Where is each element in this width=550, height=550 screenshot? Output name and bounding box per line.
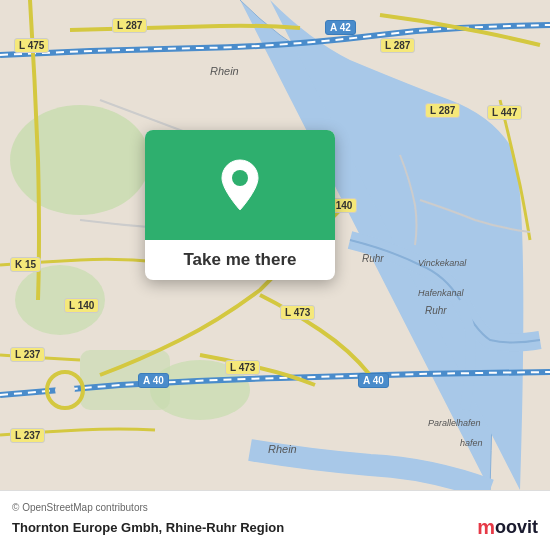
location-pin-icon bbox=[218, 158, 262, 212]
road-label-k15: K 15 bbox=[10, 257, 41, 272]
map-container: A 42 L 475 L 287 L 287 L 287 L 447 L 140… bbox=[0, 0, 550, 490]
road-label-l140-left: L 140 bbox=[64, 298, 99, 313]
location-info-row: Thornton Europe Gmbh, Rhine-Ruhr Region … bbox=[12, 516, 538, 539]
road-label-l475: L 475 bbox=[14, 38, 49, 53]
moovit-logo-text: oovit bbox=[495, 517, 538, 538]
take-me-there-button[interactable]: Take me there bbox=[159, 250, 321, 270]
label-rhein-bot: Rhein bbox=[268, 443, 297, 455]
label-hafen: hafen bbox=[460, 438, 483, 448]
label-parallelhafen: Parallelhafen bbox=[428, 418, 481, 428]
road-label-l237-top: L 237 bbox=[10, 347, 45, 362]
moovit-logo: m oovit bbox=[477, 516, 538, 539]
road-label-l473-top: L 473 bbox=[280, 305, 315, 320]
road-label-l447: L 447 bbox=[487, 105, 522, 120]
road-label-l473-bot: L 473 bbox=[225, 360, 260, 375]
svg-point-7 bbox=[232, 170, 248, 186]
popup-card: Take me there bbox=[145, 130, 335, 280]
label-hafenkanal: Hafenkanal bbox=[418, 288, 464, 298]
svg-point-6 bbox=[55, 380, 75, 400]
svg-point-1 bbox=[10, 105, 150, 215]
road-label-a40-right: A 40 bbox=[358, 373, 389, 388]
road-label-a40-left: A 40 bbox=[138, 373, 169, 388]
map-attribution: © OpenStreetMap contributors bbox=[12, 502, 538, 513]
road-label-l287-mid: L 287 bbox=[425, 103, 460, 118]
road-label-a42: A 42 bbox=[325, 20, 356, 35]
label-rhein-top: Rhein bbox=[210, 65, 239, 77]
label-vinckekanal: Vinckekanal bbox=[418, 258, 466, 268]
label-ruhr: Ruhr bbox=[362, 253, 384, 264]
popup-map-preview bbox=[145, 130, 335, 240]
bottom-info-bar: © OpenStreetMap contributors Thornton Eu… bbox=[0, 490, 550, 550]
location-label: Thornton Europe Gmbh, Rhine-Ruhr Region bbox=[12, 520, 284, 535]
label-ruhr-2: Ruhr bbox=[425, 305, 447, 316]
road-label-l287-top: L 287 bbox=[112, 18, 147, 33]
popup-button-area: Take me there bbox=[145, 240, 335, 280]
moovit-logo-icon: m bbox=[477, 516, 495, 539]
road-label-l237-bot: L 237 bbox=[10, 428, 45, 443]
road-label-l287-right: L 287 bbox=[380, 38, 415, 53]
